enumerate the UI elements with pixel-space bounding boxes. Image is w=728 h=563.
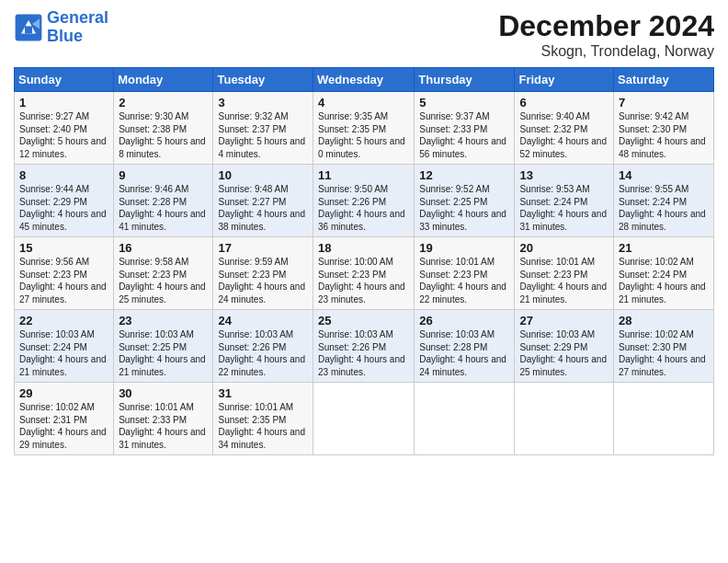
day-info: Sunrise: 10:03 AMSunset: 2:25 PMDaylight… [119,329,206,377]
logo: General Blue [14,9,108,46]
calendar-cell: 13 Sunrise: 9:53 AMSunset: 2:24 PMDaylig… [515,165,614,237]
day-info: Sunrise: 10:03 AMSunset: 2:28 PMDaylight… [419,329,506,377]
day-info: Sunrise: 9:42 AMSunset: 2:30 PMDaylight:… [619,111,706,159]
day-number: 22 [19,314,108,327]
col-monday: Monday [114,68,213,92]
calendar-cell: 15 Sunrise: 9:56 AMSunset: 2:23 PMDaylig… [15,237,114,310]
logo-icon [14,13,43,42]
calendar-cell: 23 Sunrise: 10:03 AMSunset: 2:25 PMDayli… [114,310,213,383]
calendar-cell: 31 Sunrise: 10:01 AMSunset: 2:35 PMDayli… [213,383,313,455]
calendar-cell: 16 Sunrise: 9:58 AMSunset: 2:23 PMDaylig… [114,237,213,310]
svg-rect-2 [25,26,32,33]
day-info: Sunrise: 10:02 AMSunset: 2:30 PMDaylight… [619,329,706,377]
day-number: 25 [318,314,409,327]
page-header: General Blue December 2024 Skogn, Tronde… [14,9,714,60]
day-number: 9 [119,168,208,182]
day-number: 31 [218,386,308,400]
calendar-cell: 20 Sunrise: 10:01 AMSunset: 2:23 PMDayli… [515,237,614,310]
calendar-cell: 1 Sunrise: 9:27 AMSunset: 2:40 PMDayligh… [15,92,114,165]
day-info: Sunrise: 9:53 AMSunset: 2:24 PMDaylight:… [519,184,607,232]
day-number: 23 [119,314,208,327]
day-info: Sunrise: 9:56 AMSunset: 2:23 PMDaylight:… [19,257,107,304]
day-info: Sunrise: 10:01 AMSunset: 2:35 PMDaylight… [218,402,305,450]
day-number: 30 [119,386,208,400]
calendar-cell: 5 Sunrise: 9:37 AMSunset: 2:33 PMDayligh… [415,92,515,165]
calendar-week-1: 1 Sunrise: 9:27 AMSunset: 2:40 PMDayligh… [15,92,714,165]
calendar-week-5: 29 Sunrise: 10:02 AMSunset: 2:31 PMDayli… [15,383,714,455]
day-number: 14 [619,168,709,182]
day-number: 10 [218,168,308,182]
calendar-cell: 27 Sunrise: 10:03 AMSunset: 2:29 PMDayli… [515,310,614,383]
day-info: Sunrise: 9:30 AMSunset: 2:38 PMDaylight:… [119,111,206,159]
calendar-cell: 30 Sunrise: 10:01 AMSunset: 2:33 PMDayli… [114,383,213,455]
calendar-week-4: 22 Sunrise: 10:03 AMSunset: 2:24 PMDayli… [15,310,714,383]
day-number: 1 [19,96,108,109]
header-row: Sunday Monday Tuesday Wednesday Thursday… [15,68,714,92]
calendar-cell: 17 Sunrise: 9:59 AMSunset: 2:23 PMDaylig… [213,237,313,310]
calendar-cell: 28 Sunrise: 10:02 AMSunset: 2:30 PMDayli… [614,310,714,383]
day-info: Sunrise: 10:03 AMSunset: 2:24 PMDaylight… [19,329,107,377]
day-number: 8 [19,168,108,182]
calendar-cell: 29 Sunrise: 10:02 AMSunset: 2:31 PMDayli… [15,383,114,455]
day-number: 20 [519,241,609,255]
day-info: Sunrise: 9:55 AMSunset: 2:24 PMDaylight:… [619,184,706,232]
calendar-cell: 6 Sunrise: 9:40 AMSunset: 2:32 PMDayligh… [515,92,614,165]
day-number: 26 [419,314,509,327]
day-info: Sunrise: 10:03 AMSunset: 2:29 PMDaylight… [519,329,607,377]
day-number: 5 [419,96,509,109]
calendar-cell [515,383,614,455]
day-number: 29 [19,386,108,400]
calendar-cell: 11 Sunrise: 9:50 AMSunset: 2:26 PMDaylig… [313,165,415,237]
calendar-cell: 26 Sunrise: 10:03 AMSunset: 2:28 PMDayli… [415,310,515,383]
day-number: 3 [218,96,308,109]
day-info: Sunrise: 10:00 AMSunset: 2:23 PMDaylight… [318,257,405,304]
title-block: December 2024 Skogn, Trondelag, Norway [498,9,714,60]
day-number: 4 [318,96,409,109]
day-number: 18 [318,241,409,255]
day-number: 28 [619,314,709,327]
calendar-cell: 24 Sunrise: 10:03 AMSunset: 2:26 PMDayli… [213,310,313,383]
calendar-cell: 12 Sunrise: 9:52 AMSunset: 2:25 PMDaylig… [415,165,515,237]
calendar-cell: 21 Sunrise: 10:02 AMSunset: 2:24 PMDayli… [614,237,714,310]
day-info: Sunrise: 9:58 AMSunset: 2:23 PMDaylight:… [119,257,206,304]
day-number: 21 [619,241,709,255]
calendar-cell: 3 Sunrise: 9:32 AMSunset: 2:37 PMDayligh… [213,92,313,165]
calendar-week-2: 8 Sunrise: 9:44 AMSunset: 2:29 PMDayligh… [15,165,714,237]
calendar-cell [415,383,515,455]
main-title: December 2024 [498,9,714,43]
calendar-cell: 19 Sunrise: 10:01 AMSunset: 2:23 PMDayli… [415,237,515,310]
day-info: Sunrise: 9:59 AMSunset: 2:23 PMDaylight:… [218,257,305,304]
calendar-cell [313,383,415,455]
day-info: Sunrise: 9:37 AMSunset: 2:33 PMDaylight:… [419,111,506,159]
day-info: Sunrise: 9:27 AMSunset: 2:40 PMDaylight:… [19,111,107,159]
day-info: Sunrise: 9:44 AMSunset: 2:29 PMDaylight:… [19,184,107,232]
calendar-table: Sunday Monday Tuesday Wednesday Thursday… [14,67,714,455]
day-number: 27 [519,314,609,327]
day-info: Sunrise: 9:50 AMSunset: 2:26 PMDaylight:… [318,184,405,232]
calendar-cell: 4 Sunrise: 9:35 AMSunset: 2:35 PMDayligh… [313,92,415,165]
day-info: Sunrise: 10:02 AMSunset: 2:24 PMDaylight… [619,257,706,304]
day-number: 24 [218,314,308,327]
subtitle: Skogn, Trondelag, Norway [498,43,714,60]
calendar-cell: 10 Sunrise: 9:48 AMSunset: 2:27 PMDaylig… [213,165,313,237]
day-number: 19 [419,241,509,255]
col-sunday: Sunday [15,68,114,92]
calendar-cell: 8 Sunrise: 9:44 AMSunset: 2:29 PMDayligh… [15,165,114,237]
col-thursday: Thursday [415,68,515,92]
day-info: Sunrise: 9:32 AMSunset: 2:37 PMDaylight:… [218,111,305,159]
calendar-cell: 25 Sunrise: 10:03 AMSunset: 2:26 PMDayli… [313,310,415,383]
day-info: Sunrise: 9:35 AMSunset: 2:35 PMDaylight:… [318,111,405,159]
calendar-week-3: 15 Sunrise: 9:56 AMSunset: 2:23 PMDaylig… [15,237,714,310]
day-info: Sunrise: 10:03 AMSunset: 2:26 PMDaylight… [218,329,305,377]
day-info: Sunrise: 9:52 AMSunset: 2:25 PMDaylight:… [419,184,506,232]
day-number: 11 [318,168,409,182]
day-info: Sunrise: 9:40 AMSunset: 2:32 PMDaylight:… [519,111,607,159]
day-number: 6 [519,96,609,109]
day-info: Sunrise: 9:46 AMSunset: 2:28 PMDaylight:… [119,184,206,232]
day-number: 2 [119,96,208,109]
day-number: 15 [19,241,108,255]
day-info: Sunrise: 10:01 AMSunset: 2:23 PMDaylight… [519,257,607,304]
calendar-cell: 9 Sunrise: 9:46 AMSunset: 2:28 PMDayligh… [114,165,213,237]
col-saturday: Saturday [614,68,714,92]
calendar-cell [614,383,714,455]
